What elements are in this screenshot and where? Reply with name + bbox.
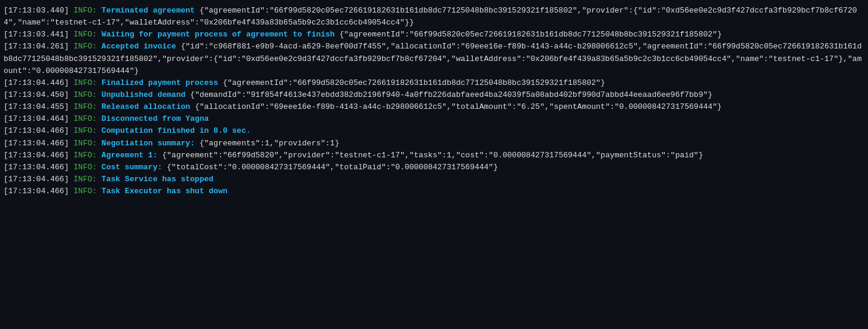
- log-message-highlight: Unpublished demand: [102, 90, 185, 99]
- log-level: INFO:: [74, 139, 102, 148]
- log-line: [17:13:04.464] INFO: Disconnected from Y…: [4, 113, 864, 125]
- log-line: [17:13:04.466] INFO: Task Executor has s…: [4, 185, 864, 197]
- log-message-rest: {"agreements":1,"providers":1}: [195, 139, 340, 148]
- log-line: [17:13:04.455] INFO: Released allocation…: [4, 101, 864, 113]
- log-message-highlight: Agreement 1:: [102, 151, 158, 160]
- log-timestamp: [17:13:04.466]: [4, 151, 74, 160]
- log-line: [17:13:04.466] INFO: Negotiation summary…: [4, 138, 864, 150]
- log-message-highlight: Terminated agreement: [102, 6, 195, 15]
- log-level: INFO:: [74, 151, 102, 160]
- log-timestamp: [17:13:04.464]: [4, 114, 74, 123]
- log-timestamp: [17:13:04.261]: [4, 42, 74, 51]
- log-timestamp: [17:13:04.466]: [4, 163, 74, 172]
- log-level: INFO:: [74, 163, 102, 172]
- log-line: [17:13:03.441] INFO: Waiting for payment…: [4, 29, 864, 41]
- log-line: [17:13:04.466] INFO: Task Service has st…: [4, 173, 864, 185]
- log-line: [17:13:03.440] INFO: Terminated agreemen…: [4, 5, 864, 29]
- log-level: INFO:: [74, 90, 102, 99]
- log-level: INFO:: [74, 102, 102, 111]
- log-message-highlight: Released allocation: [102, 102, 190, 111]
- log-message-highlight: Task Service has stopped: [102, 175, 213, 184]
- log-message-highlight: Waiting for payment process of agreement…: [102, 30, 335, 39]
- log-line: [17:13:04.466] INFO: Computation finishe…: [4, 125, 864, 137]
- log-timestamp: [17:13:04.466]: [4, 175, 74, 184]
- log-timestamp: [17:13:03.441]: [4, 30, 74, 39]
- log-message-highlight: Computation finished in 8.0 sec.: [102, 126, 251, 135]
- log-message-rest: {"allocationId":"69eee16e-f89b-4143-a44c…: [190, 102, 722, 111]
- log-level: INFO:: [74, 30, 102, 39]
- log-message-rest: {"demandId":"91f854f4613e437ebdd382db219…: [185, 90, 713, 99]
- log-timestamp: [17:13:04.466]: [4, 126, 74, 135]
- log-line: [17:13:04.261] INFO: Accepted invoice {"…: [4, 41, 864, 77]
- log-level: INFO:: [74, 175, 102, 184]
- log-message-highlight: Finalized payment process: [102, 78, 218, 87]
- log-level: INFO:: [74, 42, 102, 51]
- log-message-highlight: Cost summary:: [102, 163, 162, 172]
- log-timestamp: [17:13:04.450]: [4, 90, 74, 99]
- log-level: INFO:: [74, 114, 102, 123]
- log-level: INFO:: [74, 126, 102, 135]
- log-message-rest: {"totalCost":"0.000008427317569444","tot…: [162, 163, 498, 172]
- log-timestamp: [17:13:04.455]: [4, 102, 74, 111]
- log-message-rest: {"agreement":"66f99d5820","provider":"te…: [157, 151, 703, 160]
- log-message-highlight: Disconnected from Yagna: [102, 114, 209, 123]
- log-level: INFO:: [74, 78, 102, 87]
- log-timestamp: [17:13:04.466]: [4, 187, 74, 196]
- terminal-output: [17:13:03.440] INFO: Terminated agreemen…: [0, 0, 868, 329]
- log-message-highlight: Task Executor has shut down: [102, 187, 228, 196]
- log-message-highlight: Negotiation summary:: [102, 139, 195, 148]
- log-timestamp: [17:13:03.440]: [4, 6, 74, 15]
- log-message-rest: {"agreementId":"66f99d5820c05ec726619182…: [335, 30, 722, 39]
- log-message-highlight: Accepted invoice: [102, 42, 176, 51]
- log-level: INFO:: [74, 6, 102, 15]
- log-message-rest: {"agreementId":"66f99d5820c05ec726619182…: [218, 78, 606, 87]
- log-line: [17:13:04.466] INFO: Cost summary: {"tot…: [4, 162, 864, 173]
- log-timestamp: [17:13:04.466]: [4, 139, 74, 148]
- log-level: INFO:: [74, 187, 102, 196]
- log-timestamp: [17:13:04.446]: [4, 78, 74, 87]
- log-line: [17:13:04.446] INFO: Finalized payment p…: [4, 77, 864, 89]
- log-line: [17:13:04.466] INFO: Agreement 1: {"agre…: [4, 150, 864, 162]
- log-line: [17:13:04.450] INFO: Unpublished demand …: [4, 89, 864, 101]
